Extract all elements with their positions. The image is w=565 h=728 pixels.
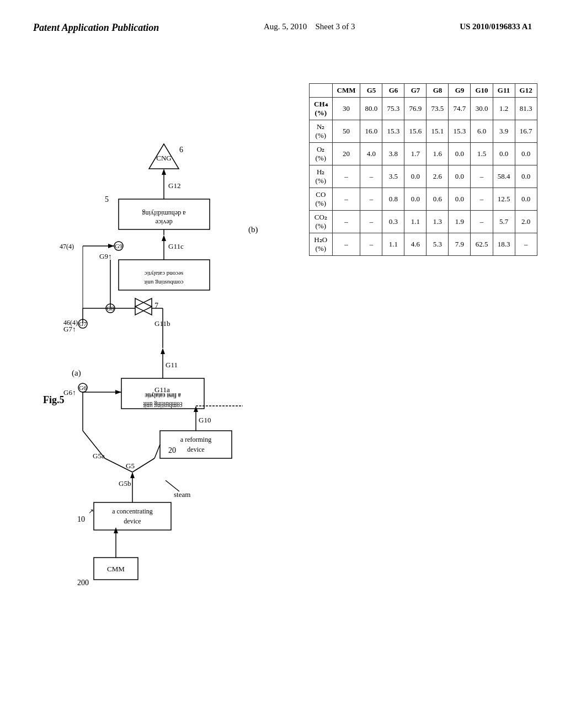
svg-text:device: device (187, 446, 204, 453)
cell-g9: 0.0 (449, 165, 471, 188)
row-label: H₂O (%) (310, 233, 333, 256)
svg-line-18 (132, 458, 154, 472)
table-row: O₂ (%)204.03.81.71.60.01.50.00.0 (310, 143, 537, 165)
svg-text:G9↑: G9↑ (99, 252, 111, 260)
cell-g8: 1.3 (427, 211, 449, 233)
cell-g8: 2.6 (427, 165, 449, 188)
svg-text:a reforming: a reforming (180, 436, 211, 443)
cell-g9: 1.9 (449, 211, 471, 233)
cell-cmm: – (332, 165, 360, 188)
table-header-g12: G12 (515, 84, 537, 98)
svg-text:CNG: CNG (156, 154, 171, 162)
svg-text:CMM: CMM (107, 565, 125, 573)
publication-title: Patent Application Publication (33, 22, 159, 34)
cell-g10: 62.5 (471, 233, 493, 256)
cell-g6: 3.8 (382, 143, 404, 165)
table-header-cmm: CMM (332, 84, 360, 98)
table-row: CO₂ (%)––0.31.11.31.9–5.72.0 (310, 211, 537, 233)
table-header-g6: G6 (382, 84, 404, 98)
table-header-g5: G5 (360, 84, 382, 98)
publication-date-sheet: Aug. 5, 2010 Sheet 3 of 3 (264, 22, 355, 31)
svg-text:G5b: G5b (119, 479, 131, 488)
row-label: H₂ (%) (310, 165, 333, 188)
cell-g5: 80.0 (360, 98, 382, 120)
cell-cmm: – (332, 233, 360, 256)
cell-g12: 0.0 (515, 143, 537, 165)
svg-text:device: device (155, 218, 172, 226)
table-row: N₂ (%)5016.015.315.615.115.36.03.916.7 (310, 120, 537, 143)
row-label: O₂ (%) (310, 143, 333, 165)
page: Patent Application Publication Aug. 5, 2… (0, 0, 565, 728)
cell-g5: – (360, 233, 382, 256)
svg-text:(a): (a) (72, 368, 81, 378)
diagram-area: Fig.5 (a) (b) 200 CMM (33, 50, 298, 602)
svg-marker-81 (162, 169, 166, 175)
cell-g8: 0.6 (427, 188, 449, 211)
cell-g9: 7.9 (449, 233, 471, 256)
svg-text:G6: G6 (79, 384, 87, 391)
svg-text:G5: G5 (126, 462, 135, 470)
cell-g9: 74.7 (449, 98, 471, 120)
cell-g12: 0.0 (515, 188, 537, 211)
cell-g7: 1.7 (404, 143, 427, 165)
cell-g8: 5.3 (427, 233, 449, 256)
publication-number: US 2010/0196833 A1 (460, 22, 532, 31)
cell-g6: 1.1 (382, 233, 404, 256)
svg-text:6: 6 (179, 146, 183, 154)
figure-5-diagram: Fig.5 (a) (b) 200 CMM (33, 50, 298, 602)
table-row: CH₄ (%)3080.075.376.973.574.730.01.281.3 (310, 98, 537, 120)
svg-text:Fig.5: Fig.5 (43, 394, 65, 405)
cell-g10: – (471, 165, 493, 188)
svg-line-21 (166, 480, 179, 491)
row-label: CH₄ (%) (310, 98, 333, 120)
cell-g6: 0.3 (382, 211, 404, 233)
svg-text:a dehumidifying: a dehumidifying (142, 210, 186, 217)
svg-text:combusting unit: combusting unit (144, 280, 183, 286)
cell-g6: 15.3 (382, 120, 404, 143)
svg-marker-14 (130, 472, 135, 478)
cell-g7: 15.6 (404, 120, 427, 143)
svg-text:second catalytic: second catalytic (145, 271, 184, 277)
table-header-g8: G8 (427, 84, 449, 98)
svg-text:G9: G9 (115, 243, 122, 249)
cell-g11: 5.7 (493, 211, 515, 233)
cell-g6: 0.8 (382, 188, 404, 211)
row-label: N₂ (%) (310, 120, 333, 143)
svg-marker-71 (162, 235, 166, 241)
table-header-g11: G11 (493, 84, 515, 98)
svg-line-26 (154, 445, 160, 458)
svg-text:5: 5 (105, 195, 109, 204)
content-area: Fig.5 (a) (b) 200 CMM (33, 50, 532, 602)
svg-rect-10 (94, 502, 171, 530)
row-label: CO₂ (%) (310, 211, 333, 233)
svg-text:device: device (124, 517, 141, 525)
cell-g7: 0.0 (404, 188, 427, 211)
cell-g9: 0.0 (449, 188, 471, 211)
cell-g12: 0.0 (515, 165, 537, 188)
cell-g11: 18.3 (493, 233, 515, 256)
svg-marker-37 (115, 390, 121, 394)
cell-cmm: 30 (332, 98, 360, 120)
cell-g8: 15.1 (427, 120, 449, 143)
svg-text:G11b: G11b (154, 319, 170, 328)
svg-text:a first catalytic: a first catalytic (145, 392, 180, 399)
table-row: H₂ (%)––3.50.02.60.0–58.40.0 (310, 165, 537, 188)
svg-text:↗: ↗ (88, 507, 94, 515)
cell-g12: 16.7 (515, 120, 537, 143)
gas-composition-table: CMM G5 G6 G7 G8 G9 G10 G11 G12 CH₄ (%)30… (309, 83, 537, 256)
cell-g5: – (360, 165, 382, 188)
cell-g8: 73.5 (427, 98, 449, 120)
cell-g11: 0.0 (493, 143, 515, 165)
svg-marker-44 (161, 348, 165, 354)
cell-g7: 76.9 (404, 98, 427, 120)
table-header-component (310, 84, 333, 98)
svg-text:steam: steam (174, 490, 190, 499)
cell-g12: – (515, 233, 537, 256)
cell-cmm: 50 (332, 120, 360, 143)
table-area: CMM G5 G6 G7 G8 G9 G10 G11 G12 CH₄ (%)30… (309, 50, 537, 602)
cell-g6: 3.5 (382, 165, 404, 188)
svg-marker-52 (135, 298, 152, 315)
cell-g11: 3.9 (493, 120, 515, 143)
cell-g5: 16.0 (360, 120, 382, 143)
svg-text:47(4): 47(4) (60, 243, 74, 250)
